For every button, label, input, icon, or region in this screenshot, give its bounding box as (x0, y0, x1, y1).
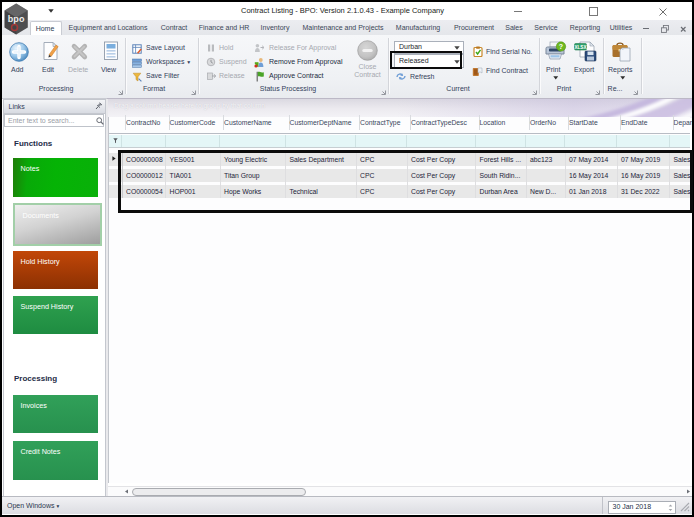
svg-text:?: ? (559, 43, 563, 50)
svg-text:bpo: bpo (8, 14, 25, 24)
svg-text:XLSX: XLSX (575, 44, 588, 49)
